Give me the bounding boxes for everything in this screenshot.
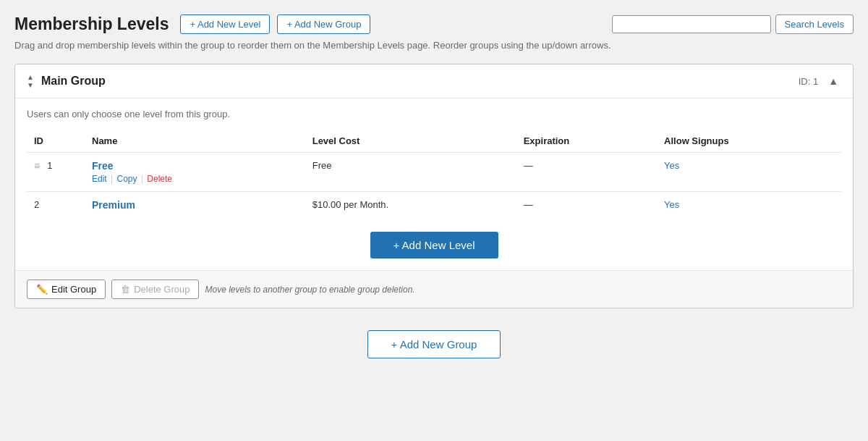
table-row: ≡1FreeEdit | Copy | DeleteFree—Yes — [27, 153, 841, 192]
group-id: ID: 1 — [799, 76, 818, 87]
search-levels-button[interactable]: Search Levels — [775, 14, 854, 34]
col-allow-signups: Allow Signups — [657, 130, 841, 153]
delete-group-button[interactable]: 🗑 Delete Group — [111, 280, 199, 299]
level-actions: Edit | Copy | Delete — [92, 174, 298, 184]
add-new-group-header-button[interactable]: + Add New Group — [277, 14, 370, 34]
sort-up-arrow[interactable]: ▲ — [27, 73, 34, 81]
level-signups-cell: Yes — [657, 192, 841, 221]
edit-group-button[interactable]: ✏️ Edit Group — [27, 280, 106, 299]
level-name-link[interactable]: Free — [92, 160, 298, 172]
level-copy-link[interactable]: Copy — [116, 174, 137, 184]
group-header: ▲ ▼ Main Group ID: 1 ▲ — [15, 64, 853, 98]
search-input[interactable] — [612, 15, 771, 33]
level-expiration-cell: — — [516, 192, 657, 221]
level-id-cell: ≡1 — [27, 153, 85, 192]
level-expiration-cell: — — [516, 153, 657, 192]
search-area: Search Levels — [612, 14, 854, 34]
group-collapse-button[interactable]: ▲ — [825, 74, 841, 88]
drag-handle-icon[interactable]: ≡ — [34, 160, 40, 172]
level-signups-cell: Yes — [657, 153, 841, 192]
level-name-cell: Premium — [85, 192, 305, 221]
level-cost-cell: $10.00 per Month. — [305, 192, 516, 221]
col-id: ID — [27, 130, 85, 153]
separator: | — [139, 174, 146, 184]
group-notice: Users can only choose one level from thi… — [27, 109, 841, 119]
group-name: Main Group — [41, 75, 106, 88]
trash-icon: 🗑 — [121, 284, 130, 295]
sort-down-arrow[interactable]: ▼ — [27, 81, 34, 89]
page-description: Drag and drop membership levels within t… — [14, 40, 854, 51]
col-level-cost: Level Cost — [305, 130, 516, 153]
add-new-level-header-button[interactable]: + Add New Level — [180, 14, 270, 34]
level-cost-cell: Free — [305, 153, 516, 192]
group-body: Users can only choose one level from thi… — [15, 98, 853, 270]
level-id: 2 — [34, 199, 39, 210]
col-name: Name — [85, 130, 305, 153]
levels-table: ID Name Level Cost Expiration Allow Sign… — [27, 130, 841, 220]
add-new-level-group-button[interactable]: + Add New Level — [370, 232, 498, 259]
separator: | — [109, 174, 116, 184]
level-name-link[interactable]: Premium — [92, 199, 298, 211]
col-expiration: Expiration — [516, 130, 657, 153]
add-group-big-container: + Add New Group — [14, 323, 854, 373]
level-name-cell: FreeEdit | Copy | Delete — [85, 153, 305, 192]
footer-note: Move levels to another group to enable g… — [205, 285, 414, 295]
level-delete-link[interactable]: Delete — [147, 174, 172, 184]
page-title: Membership Levels — [14, 14, 169, 34]
add-new-group-bottom-button[interactable]: + Add New Group — [367, 330, 501, 358]
group-card: ▲ ▼ Main Group ID: 1 ▲ Users can only ch… — [14, 64, 854, 308]
pencil-icon: ✏️ — [36, 284, 48, 295]
table-row: 2Premium$10.00 per Month.—Yes — [27, 192, 841, 221]
delete-group-label: Delete Group — [134, 284, 190, 295]
group-sort-arrows: ▲ ▼ — [27, 73, 34, 89]
edit-group-label: Edit Group — [51, 284, 96, 295]
level-edit-link[interactable]: Edit — [92, 174, 107, 184]
group-footer: ✏️ Edit Group 🗑 Delete Group Move levels… — [15, 270, 853, 308]
level-id-cell: 2 — [27, 192, 85, 221]
add-level-container: + Add New Level — [27, 220, 841, 270]
level-id: 1 — [47, 160, 52, 171]
